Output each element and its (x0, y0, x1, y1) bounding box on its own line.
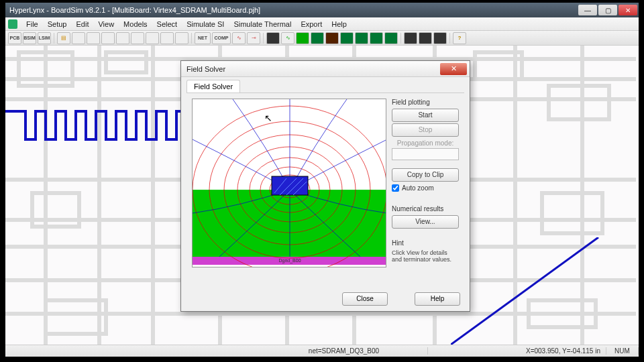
field-plot: Dgnd_B00 (192, 99, 386, 267)
view-button[interactable]: View... (392, 215, 459, 229)
copy-to-clip-button[interactable]: Copy to Clip (392, 168, 459, 182)
plot-trace-label: Dgnd_B00 (278, 258, 301, 263)
tool-btn25[interactable] (419, 32, 432, 44)
svg-rect-3 (549, 86, 609, 119)
numerical-results-label: Numerical results (392, 205, 459, 213)
menu-models[interactable]: Models (119, 20, 152, 28)
tool-btn8[interactable] (116, 32, 129, 44)
propagation-mode-combo[interactable] (392, 148, 459, 160)
field-plotting-label: Field plotting (392, 99, 459, 106)
auto-zoom-checkbox[interactable]: Auto zoom (392, 184, 459, 192)
svg-rect-6 (46, 300, 106, 334)
tool-btn15[interactable] (266, 32, 280, 44)
tool-btn7[interactable] (101, 32, 115, 44)
tool-btn24[interactable] (404, 32, 417, 44)
minimize-button[interactable]: — (578, 5, 597, 15)
tool-btn22[interactable] (370, 32, 383, 44)
tool-btn19[interactable] (325, 32, 339, 44)
start-button[interactable]: Start (392, 109, 459, 122)
tab-field-solver[interactable]: Field Solver (186, 80, 240, 93)
tool-bsim[interactable]: BSIM (23, 32, 36, 44)
menu-select[interactable]: Select (152, 20, 182, 28)
menu-simulate-si[interactable]: Simulate SI (182, 20, 229, 28)
menu-edit[interactable]: Edit (71, 20, 93, 28)
tool-res-icon[interactable]: ⊸ (247, 32, 260, 44)
stop-button[interactable]: Stop (392, 123, 459, 137)
tool-btn18[interactable] (311, 32, 324, 44)
tool-btn17[interactable] (296, 32, 309, 44)
tool-btn16[interactable]: ∿ (281, 32, 294, 44)
toolbar: PCB BSIM LSIM ▤ NET COMP ∿ ⊸ ∿ ? (5, 31, 639, 46)
field-solver-dialog: Field Solver ✕ Field Solver (180, 60, 470, 312)
tool-lsim[interactable]: LSIM (38, 32, 51, 44)
tool-btn23[interactable] (384, 32, 398, 44)
app-title: HyperLynx - BoardSim v8.2.1 - [MultiBoar… (9, 6, 260, 14)
signal-diag (451, 237, 639, 345)
tool-wave-icon[interactable]: ∿ (232, 32, 246, 44)
status-coord: X=003.950, Y=-04.115 in (428, 347, 606, 355)
tool-btn20[interactable] (340, 32, 354, 44)
tool-btn21[interactable] (355, 32, 368, 44)
hint-text: Click View for details and terminator va… (392, 249, 459, 263)
menu-setup[interactable]: Setup (43, 20, 72, 28)
tool-comp[interactable]: COMP (212, 32, 231, 44)
tool-btn12[interactable] (175, 32, 189, 44)
tool-btn11[interactable] (160, 32, 174, 44)
maximize-button[interactable]: ▢ (598, 5, 617, 15)
menu-simulate-thermal[interactable]: Simulate Thermal (229, 20, 296, 28)
status-net: net=SDRAM_DQ3_B00 (260, 347, 428, 355)
tool-btn10[interactable] (146, 32, 159, 44)
tool-pcb[interactable]: PCB (8, 32, 21, 44)
tool-btn26[interactable] (433, 32, 447, 44)
tool-stack-icon[interactable]: ▤ (57, 32, 70, 44)
dialog-close-icon[interactable]: ✕ (440, 63, 467, 75)
tool-btn9[interactable] (131, 32, 144, 44)
titlebar: HyperLynx - BoardSim v8.2.1 - [MultiBoar… (5, 3, 639, 17)
status-num: NUM (606, 347, 639, 355)
svg-rect-10 (193, 250, 386, 257)
svg-rect-5 (542, 193, 602, 233)
dialog-close-button[interactable]: Close (342, 292, 388, 306)
close-button[interactable]: ✕ (619, 5, 637, 15)
menubar: File Setup Edit View Models Select Simul… (5, 17, 639, 31)
signal-trace (5, 99, 193, 153)
statusbar: net=SDRAM_DQ3_B00 X=003.950, Y=-04.115 i… (5, 345, 639, 357)
tool-btn6[interactable] (87, 32, 100, 44)
svg-rect-8 (193, 190, 386, 257)
svg-rect-1 (106, 52, 146, 72)
dialog-help-button[interactable]: Help (415, 292, 460, 306)
dialog-titlebar: Field Solver ✕ (181, 61, 470, 77)
help-icon[interactable]: ? (453, 32, 466, 44)
menu-help[interactable]: Help (327, 20, 352, 28)
app-icon (8, 19, 17, 29)
menu-view[interactable]: View (93, 20, 119, 28)
menu-file[interactable]: File (21, 20, 43, 28)
tool-btn5[interactable] (72, 32, 85, 44)
tool-net[interactable]: NET (195, 32, 211, 44)
hint-label: Hint (392, 239, 459, 247)
menu-export[interactable]: Export (296, 20, 327, 28)
dialog-title: Field Solver (186, 65, 225, 73)
auto-zoom-input[interactable] (392, 184, 399, 192)
propagation-mode-label: Propagation mode: (392, 139, 459, 147)
